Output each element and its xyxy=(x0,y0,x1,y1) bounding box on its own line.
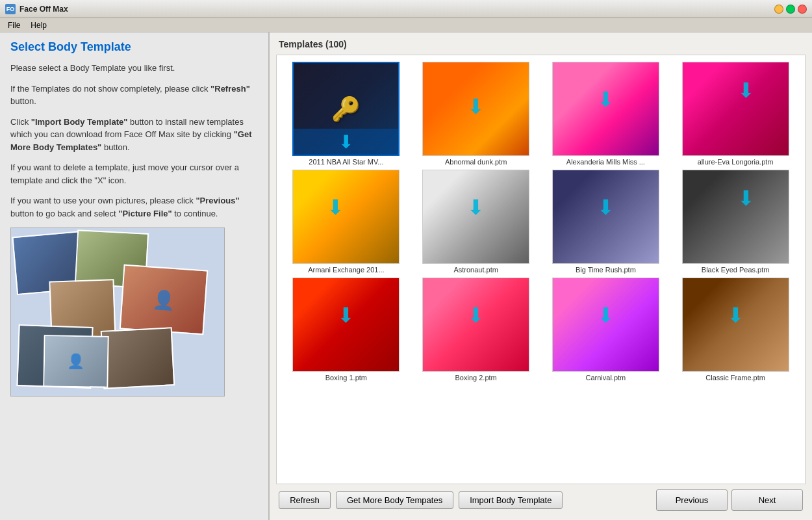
template-item-2[interactable]: ⬇ Abnormal dunk.ptm xyxy=(413,62,539,166)
instruction-3: Click "Import Body Template" button to i… xyxy=(10,116,258,154)
close-button[interactable] xyxy=(798,5,807,14)
template-thumb-10: ⬇ xyxy=(422,278,529,372)
template-item-11[interactable]: ⬇ Carnival.ptm xyxy=(543,278,669,382)
menu-file[interactable]: File xyxy=(3,20,25,31)
left-scroll-area[interactable]: Select Body Template Please select a Bod… xyxy=(0,32,268,520)
template-item-12[interactable]: ⬇ Classic Frame.ptm xyxy=(672,278,798,382)
collage-photo-4: 👤 xyxy=(120,265,209,335)
app-icon: FO xyxy=(5,4,16,14)
main-container: Select Body Template Please select a Bod… xyxy=(0,32,812,520)
instruction-2: If the Templates do not show completely,… xyxy=(10,83,258,108)
section-title: Select Body Template xyxy=(10,40,258,54)
previous-button[interactable]: Previous xyxy=(656,489,728,511)
template-name-8: Black Eyed Peas.ptm xyxy=(702,266,770,274)
collage-photo-6 xyxy=(101,327,175,389)
template-name-4: allure-Eva Longoria.ptm xyxy=(698,158,774,166)
template-name-10: Boxing 2.ptm xyxy=(455,374,497,382)
title-bar: FO Face Off Max xyxy=(0,0,812,18)
template-name-7: Big Time Rush.ptm xyxy=(576,266,636,274)
template-item-3[interactable]: ⬇ Alexanderia Mills Miss ... xyxy=(543,62,669,166)
template-thumb-12: ⬇ xyxy=(682,278,789,372)
templates-grid: 🔑 ⬇ 2011 NBA All Star MV... ⬇ Abnormal d… xyxy=(277,55,805,388)
bottom-nav-buttons: Previous Next xyxy=(656,489,803,511)
template-item-1[interactable]: 🔑 ⬇ 2011 NBA All Star MV... xyxy=(283,62,409,166)
template-thumb-6: ⬇ xyxy=(422,170,529,264)
template-thumb-9: ⬇ xyxy=(292,278,400,372)
template-item-9[interactable]: ⬇ Boxing 1.ptm xyxy=(283,278,409,382)
collage-preview: 👤 👤 xyxy=(11,228,224,396)
template-thumb-8: ⬇ xyxy=(682,170,789,264)
left-panel: Select Body Template Please select a Bod… xyxy=(0,32,270,520)
template-name-5: Armani Exchange 201... xyxy=(308,266,384,274)
instruction-5: If you want to use your own pictures, pl… xyxy=(10,194,258,220)
next-button[interactable]: Next xyxy=(731,489,803,511)
instruction-1: Please select a Body Template you like f… xyxy=(10,62,258,75)
templates-header: Templates (100) xyxy=(276,39,806,49)
right-panel: Templates (100) 🔑 ⬇ 2011 NBA All Star MV… xyxy=(270,32,812,520)
minimize-button[interactable] xyxy=(774,5,783,14)
template-name-6: Astronaut.ptm xyxy=(453,266,498,274)
window-controls xyxy=(774,5,807,14)
template-name-9: Boxing 1.ptm xyxy=(325,374,367,382)
template-name-3: Alexanderia Mills Miss ... xyxy=(566,158,645,166)
maximize-button[interactable] xyxy=(786,5,795,14)
bottom-area: Refresh Get More Body Tempates Import Bo… xyxy=(276,484,806,514)
app-title: Face Off Max xyxy=(19,5,774,14)
template-item-7[interactable]: ⬇ Big Time Rush.ptm xyxy=(543,170,669,274)
template-item-10[interactable]: ⬇ Boxing 2.ptm xyxy=(413,278,539,382)
template-name-2: Abnormal dunk.ptm xyxy=(445,158,507,166)
import-template-button[interactable]: Import Body Template xyxy=(459,491,563,509)
refresh-button[interactable]: Refresh xyxy=(279,491,331,509)
template-name-1: 2011 NBA All Star MV... xyxy=(309,158,383,166)
collage-photo-7: 👤 xyxy=(43,335,108,388)
menu-bar: File Help xyxy=(0,18,812,32)
menu-help[interactable]: Help xyxy=(25,20,52,31)
template-item-8[interactable]: ⬇ Black Eyed Peas.ptm xyxy=(672,170,798,274)
template-item-6[interactable]: ⬇ Astronaut.ptm xyxy=(413,170,539,274)
template-thumb-11: ⬇ xyxy=(552,278,659,372)
get-more-button[interactable]: Get More Body Tempates xyxy=(336,491,453,509)
templates-grid-wrapper[interactable]: 🔑 ⬇ 2011 NBA All Star MV... ⬇ Abnormal d… xyxy=(276,55,806,484)
instruction-4: If you want to delete a template, just m… xyxy=(10,161,258,187)
template-thumb-1: 🔑 ⬇ xyxy=(292,62,400,156)
template-item-4[interactable]: ⬇ allure-Eva Longoria.ptm xyxy=(672,62,798,166)
template-thumb-3: ⬇ xyxy=(552,62,659,156)
template-name-11: Carnival.ptm xyxy=(586,374,626,382)
template-thumb-5: ⬇ xyxy=(292,170,400,264)
template-thumb-4: ⬇ xyxy=(682,62,789,156)
template-thumb-7: ⬇ xyxy=(552,170,659,264)
preview-box: 👤 👤 xyxy=(10,228,225,396)
template-item-5[interactable]: ⬇ Armani Exchange 201... xyxy=(283,170,409,274)
template-name-12: Classic Frame.ptm xyxy=(705,374,765,382)
face-overlay-1: 🔑 xyxy=(331,96,361,123)
template-thumb-2: ⬇ xyxy=(422,62,529,156)
bottom-left-buttons: Refresh Get More Body Tempates Import Bo… xyxy=(279,491,563,509)
